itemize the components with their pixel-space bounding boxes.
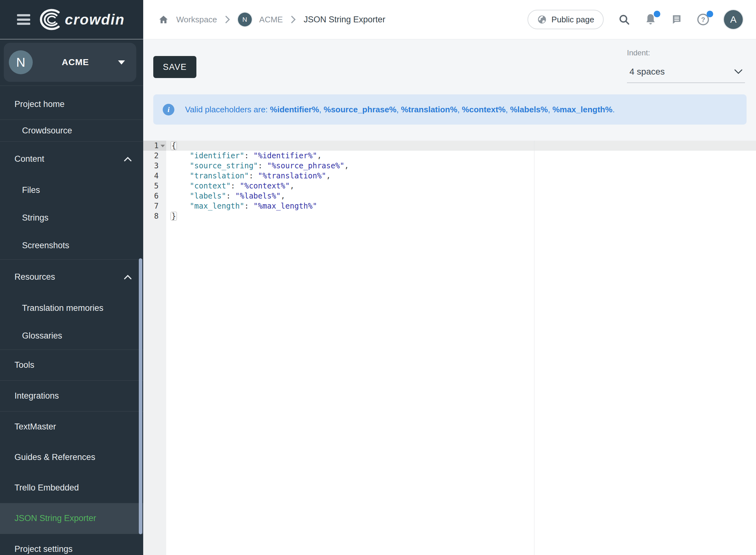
token-key: "labels" <box>190 191 226 201</box>
crowdin-wordmark: crowdin <box>65 11 125 28</box>
sidebar-item-strings[interactable]: Strings <box>0 204 143 231</box>
indent-value: 4 spaces <box>629 67 665 77</box>
sidebar-item-translation-memories[interactable]: Translation memories <box>0 294 143 322</box>
code-line-5[interactable]: "context": "%context%", <box>166 181 756 191</box>
editor-gutter: 12345678 <box>143 141 166 555</box>
indent-control: Indent: 4 spaces <box>627 48 745 83</box>
chevron-right-icon <box>291 15 296 24</box>
token-pun: , <box>326 171 331 180</box>
indent-select[interactable]: 4 spaces <box>627 65 745 83</box>
banner-text-segment: . <box>613 105 615 114</box>
banner-text-segment: Valid placeholders are: <box>185 105 270 114</box>
crowdin-logo[interactable]: crowdin <box>38 8 125 31</box>
banner-text-segment: , <box>457 105 462 114</box>
sidebar-item-guides-references[interactable]: Guides & References <box>0 442 143 473</box>
token-pun: , <box>344 161 349 170</box>
banner-text-segment: , <box>396 105 401 114</box>
fold-caret-icon[interactable] <box>161 145 165 147</box>
sidebar-item-label: Screenshots <box>22 241 69 250</box>
sidebar-item-integrations[interactable]: Integrations <box>0 381 143 411</box>
sidebar-item-crowdsource[interactable]: Crowdsource <box>0 120 143 141</box>
token-key: "translation" <box>190 171 249 180</box>
search-button[interactable] <box>618 13 630 26</box>
sidebar-item-label: TextMaster <box>14 422 56 432</box>
placeholder-token: %identifier% <box>270 105 319 114</box>
app-window: crowdin Workspace N ACME JSON String Exp… <box>0 0 756 555</box>
gutter-line-number: 7 <box>143 201 166 211</box>
caret-down-icon <box>118 60 125 65</box>
hamburger-menu-icon[interactable] <box>17 14 30 25</box>
token-pun: : <box>231 181 240 190</box>
sidebar-item-content[interactable]: Content <box>0 141 143 176</box>
token-val: "%identifier%" <box>253 151 317 160</box>
info-banner: i Valid placeholders are: %identifier%, … <box>153 94 747 125</box>
code-line-8[interactable]: } <box>166 211 756 221</box>
placeholder-token: %max_length% <box>552 105 613 114</box>
gutter-line-number: 3 <box>143 161 166 171</box>
sidebar-item-project-home[interactable]: Project home <box>0 89 143 120</box>
token-pun <box>172 191 190 201</box>
sidebar-item-tools[interactable]: Tools <box>0 350 143 380</box>
chat-icon <box>671 14 682 25</box>
gutter-line-number: 5 <box>143 181 166 191</box>
globe-icon <box>537 14 547 25</box>
token-brace: } <box>171 212 177 220</box>
project-selector[interactable]: N ACME <box>4 43 136 82</box>
sidebar-item-label: Content <box>14 154 44 164</box>
sidebar-item-trello-embedded[interactable]: Trello Embedded <box>0 473 143 503</box>
chevron-right-icon <box>225 15 230 24</box>
home-icon[interactable] <box>158 14 169 25</box>
notifications-button[interactable] <box>644 13 657 26</box>
sidebar-item-glossaries[interactable]: Glossaries <box>0 322 143 349</box>
sidebar-item-label: Tools <box>14 360 34 370</box>
sidebar-item-label: Glossaries <box>22 331 62 341</box>
sidebar-item-json-string-exporter[interactable]: JSON String Exporter <box>0 503 143 533</box>
info-banner-text: Valid placeholders are: %identifier%, %s… <box>185 105 615 115</box>
code-line-1[interactable]: { <box>166 141 756 151</box>
token-pun <box>172 202 190 211</box>
public-page-label: Public page <box>551 15 594 25</box>
sidebar-divider <box>0 86 143 86</box>
token-pun: : <box>249 171 258 180</box>
breadcrumb-project-avatar[interactable]: N <box>238 12 252 27</box>
gutter-line-number: 8 <box>143 211 166 221</box>
sidebar-item-files[interactable]: Files <box>0 176 143 204</box>
project-name: ACME <box>33 57 118 67</box>
indent-label: Indent: <box>627 48 745 57</box>
chevron-down-icon <box>733 69 743 75</box>
code-line-7[interactable]: "max_length": "%max_length%" <box>166 201 756 211</box>
token-brace: { <box>171 141 177 150</box>
sidebar-item-screenshots[interactable]: Screenshots <box>0 231 143 259</box>
top-header: crowdin Workspace N ACME JSON String Exp… <box>0 0 756 39</box>
messages-button[interactable] <box>671 14 682 25</box>
breadcrumb-workspace[interactable]: Workspace <box>176 15 217 25</box>
sidebar-item-label: Crowdsource <box>22 126 72 136</box>
token-val: "%context%" <box>240 181 290 190</box>
code-line-6[interactable]: "labels": "%labels%", <box>166 191 756 201</box>
token-val: "%source_phrase%" <box>267 161 344 170</box>
code-editor[interactable]: 12345678 { "identifier": "%identifier%",… <box>143 141 756 555</box>
sidebar-nav: Project homeCrowdsourceContentFilesStrin… <box>0 89 143 555</box>
editor-code-area[interactable]: { "identifier": "%identifier%", "source_… <box>166 141 756 221</box>
public-page-button[interactable]: Public page <box>528 10 604 29</box>
token-pun: : <box>244 202 253 211</box>
save-button[interactable]: SAVE <box>153 56 197 78</box>
gutter-line-number: 2 <box>143 151 166 161</box>
sidebar-item-project-settings[interactable]: Project settings <box>0 534 143 555</box>
search-icon <box>618 13 630 26</box>
sidebar-item-textmaster[interactable]: TextMaster <box>0 412 143 442</box>
code-line-3[interactable]: "source_string": "%source_phrase%", <box>166 161 756 171</box>
user-avatar[interactable]: A <box>724 10 743 29</box>
code-line-4[interactable]: "translation": "%translation%", <box>166 171 756 181</box>
code-line-2[interactable]: "identifier": "%identifier%", <box>166 151 756 161</box>
sidebar-scrollbar-thumb[interactable] <box>139 258 142 534</box>
breadcrumb-project[interactable]: ACME <box>259 15 283 25</box>
sidebar-item-resources[interactable]: Resources <box>0 260 143 294</box>
sidebar: N ACME Project homeCrowdsourceContentFil… <box>0 39 143 555</box>
sidebar-item-label: Project home <box>14 99 65 109</box>
help-button[interactable]: ? <box>697 13 709 26</box>
gutter-line-number: 4 <box>143 171 166 181</box>
banner-text-segment: , <box>548 105 552 114</box>
token-pun: , <box>317 151 321 160</box>
chevron-up-icon <box>124 274 132 280</box>
